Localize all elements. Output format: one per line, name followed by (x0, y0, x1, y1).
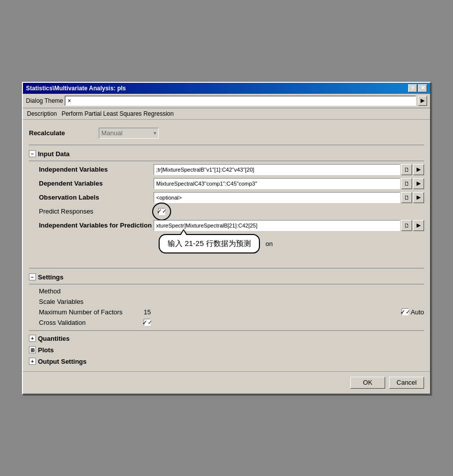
input-data-toggle[interactable]: − (29, 150, 36, 157)
callout-area: 输入 21-25 行数据为预测 on (39, 234, 424, 264)
predict-responses-checkbox-wrapper: ✓ (154, 206, 170, 217)
independent-for-prediction-row: Independent Variables for Prediction 🗋 ▶ (29, 220, 424, 231)
max-factors-label: Maximum Number of Factors (39, 308, 144, 316)
output-settings-label: Output Settings (38, 358, 87, 365)
output-settings-row: + Output Settings (29, 357, 424, 366)
predict-responses-checkbox[interactable]: ✓ (158, 208, 165, 215)
callout-text: 输入 21-25 行数据为预测 (168, 239, 251, 247)
cross-validation-checkbox[interactable]: ✓ (144, 319, 151, 326)
input-data-section: − Input Data Independent Variables 🗋 ▶ D… (29, 148, 424, 264)
scale-variables-label: Scale Variables (39, 298, 144, 305)
settings-toggle[interactable]: − (29, 273, 36, 280)
observation-labels-btn2[interactable]: ▶ (413, 192, 424, 203)
max-factors-value: 15 (144, 308, 164, 316)
dialog-theme-input[interactable] (65, 96, 416, 106)
independent-variables-btn1[interactable]: 🗋 (401, 164, 412, 175)
plots-label: Plots (38, 346, 54, 354)
independent-for-prediction-input[interactable] (154, 220, 400, 231)
settings-header: − Settings (29, 271, 424, 281)
independent-for-prediction-btn1[interactable]: 🗋 (401, 220, 412, 231)
window-title: Statistics\Multivariate Analysis: pls (26, 85, 126, 92)
recalculate-label: Recalculate (29, 129, 89, 137)
independent-variables-btn2[interactable]: ▶ (413, 164, 424, 175)
input-data-header: − Input Data (29, 148, 424, 158)
cancel-button[interactable]: Cancel (389, 377, 424, 389)
close-button[interactable]: ✕ (418, 84, 427, 92)
dependent-variables-btn1[interactable]: 🗋 (401, 178, 412, 189)
settings-section: − Settings Method Scale Variables Maximu… (29, 271, 424, 326)
recalculate-row: Recalculate Manual ▾ (29, 125, 424, 144)
quantities-label: Quantities (38, 335, 70, 342)
independent-variables-input[interactable] (154, 164, 400, 175)
independent-for-prediction-btn2[interactable]: ▶ (413, 220, 424, 231)
dependent-variables-label: Dependent Variables (39, 180, 154, 187)
recalculate-value: Manual (101, 129, 123, 137)
dependent-variables-input[interactable] (154, 178, 400, 189)
footer: OK Cancel (23, 371, 430, 394)
input-data-label: Input Data (38, 150, 70, 158)
callout-bubble: 输入 21-25 行数据为预测 on (159, 234, 273, 253)
dependent-variables-row: Dependent Variables 🗋 ▶ (29, 178, 424, 189)
bottom-sections: + Quantities ⊞ Plots + Output Settings (29, 334, 424, 366)
help-button[interactable]: ? (408, 84, 417, 92)
independent-variables-label: Independent Variables (39, 166, 154, 173)
predict-responses-row: Predict Responses ✓ (29, 206, 424, 217)
cross-validation-row: Cross Validation ✓ (39, 319, 424, 326)
cross-validation-label: Cross Validation (39, 319, 144, 326)
settings-content: Method Scale Variables Maximum Number of… (29, 287, 424, 326)
method-row: Method (39, 287, 424, 295)
output-settings-toggle[interactable]: + (29, 358, 36, 365)
scale-variables-row: Scale Variables (39, 298, 424, 305)
main-window: Statistics\Multivariate Analysis: pls ? … (22, 82, 431, 395)
auto-checkbox[interactable]: ✓ (402, 308, 409, 315)
observation-labels-input[interactable] (154, 192, 400, 203)
observation-labels-btn1[interactable]: 🗋 (401, 192, 412, 203)
dialog-theme-bar: Dialog Theme ▶ (23, 94, 430, 108)
prediction-input-wrapper (154, 220, 400, 231)
observation-labels-label: Observation Labels (39, 194, 154, 201)
independent-variables-row: Independent Variables 🗋 ▶ (29, 164, 424, 175)
title-bar: Statistics\Multivariate Analysis: pls ? … (23, 83, 430, 94)
quantities-toggle[interactable]: + (29, 335, 36, 342)
ok-button[interactable]: OK (350, 377, 385, 389)
recalculate-dropdown-arrow: ▾ (154, 130, 156, 136)
plots-row: ⊞ Plots (29, 345, 424, 355)
predict-responses-label: Predict Responses (39, 208, 154, 215)
auto-checkbox-wrapper: ✓ Auto (402, 308, 424, 316)
method-label: Method (39, 287, 144, 295)
independent-for-prediction-label: Independent Variables for Prediction (39, 222, 154, 229)
max-factors-row: Maximum Number of Factors 15 ✓ Auto (39, 308, 424, 316)
dialog-theme-arrow[interactable]: ▶ (418, 96, 427, 106)
settings-label: Settings (38, 273, 63, 281)
dialog-theme-label: Dialog Theme (26, 97, 63, 104)
dependent-variables-btn2[interactable]: ▶ (413, 178, 424, 189)
observation-labels-row: Observation Labels 🗋 ▶ (29, 192, 424, 203)
callout-extra: on (265, 240, 272, 247)
description-label: Description (27, 110, 57, 117)
main-content: Recalculate Manual ▾ − Input Data Indepe… (23, 120, 430, 371)
description-value: Perform Partial Least Squares Regression (61, 110, 174, 117)
quantities-row: + Quantities (29, 334, 424, 343)
recalculate-dropdown[interactable]: Manual ▾ (99, 128, 159, 139)
title-bar-buttons: ? ✕ (408, 84, 427, 92)
auto-label: Auto (411, 308, 424, 316)
plots-toggle[interactable]: ⊞ (29, 346, 36, 353)
description-bar: Description Perform Partial Least Square… (23, 108, 430, 120)
